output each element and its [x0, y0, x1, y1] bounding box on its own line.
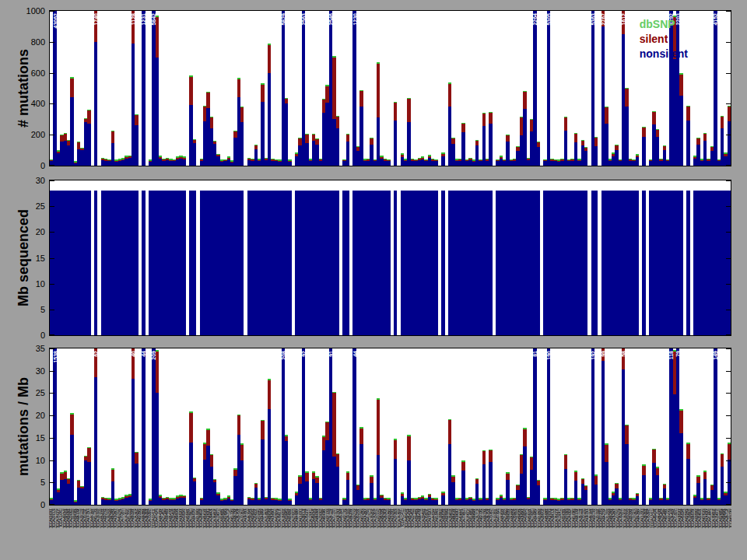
- sample-bar: [728, 11, 731, 166]
- tick-mark: [50, 135, 54, 135]
- clipped-bar-value-label: 2546: [328, 13, 333, 26]
- tick-mark: [726, 232, 731, 233]
- clipped-bar-value-label: 1538: [52, 351, 58, 363]
- tick-mark: [726, 103, 731, 104]
- tick-mark: [50, 310, 54, 310]
- y-tick-label: 10: [14, 279, 45, 289]
- clipped-bar-value-label: 5842: [151, 13, 156, 26]
- y-tick-label: 800: [14, 37, 45, 47]
- y-tick-label: 400: [14, 99, 45, 108]
- clipped-bar-value-label: 1231: [141, 13, 146, 26]
- legend-item-nonsilent: nonsilent: [640, 47, 688, 61]
- tick-mark: [50, 165, 54, 166]
- tick-mark: [50, 348, 54, 349]
- clipped-bar-value-label: 5829: [280, 13, 286, 26]
- tick-mark: [50, 103, 54, 104]
- clipped-bar-value-label: 5305: [545, 13, 551, 26]
- clipped-bar-value-label: 44: [141, 351, 146, 357]
- tick-mark: [50, 438, 54, 439]
- tick-mark: [726, 460, 731, 461]
- y-tick-label: 20: [14, 227, 45, 236]
- bar-segment: [728, 191, 731, 335]
- y-tick-label: 0: [14, 161, 45, 170]
- y-tick-label: 15: [14, 433, 45, 443]
- sample-name-label: TCGA-63-7263: [729, 509, 731, 558]
- mutations-bars: 4306217401128123158425829256325461230226…: [50, 11, 731, 166]
- mb-sequenced-panel: [49, 180, 731, 336]
- tick-mark: [726, 393, 731, 394]
- clipped-bar-value-label: 1128: [131, 13, 136, 25]
- tick-mark: [726, 206, 731, 207]
- clipped-bar-value-label: 44: [352, 351, 357, 357]
- clipped-bar-value-label: 43062: [52, 13, 58, 28]
- tick-mark: [50, 284, 54, 285]
- tick-mark: [50, 180, 54, 181]
- clipped-bar-value-label: 58: [621, 351, 626, 357]
- clipped-bar-value-label: 118: [668, 351, 674, 359]
- tick-mark: [50, 460, 54, 461]
- bar-segment: [728, 106, 731, 107]
- y-tick-label: 600: [14, 68, 45, 78]
- legend-item-dbsnp: dbSNP: [640, 17, 688, 32]
- tick-mark: [726, 73, 731, 74]
- tick-mark: [726, 42, 731, 43]
- clipped-bar-value-label: 92: [300, 351, 306, 357]
- tick-mark: [726, 415, 731, 416]
- tick-mark: [50, 42, 54, 43]
- y-tick-label: 10: [14, 456, 45, 465]
- mb-sequenced-bars: [50, 180, 731, 335]
- clipped-bar-value-label: 1612: [621, 13, 626, 26]
- clipped-bar-value-label: 149: [713, 351, 718, 360]
- tick-mark: [50, 415, 54, 416]
- legend-item-silent: silent: [640, 32, 688, 47]
- clipped-bar-value-label: 190: [545, 351, 551, 360]
- y-tick-label: 5: [14, 478, 45, 487]
- tick-mark: [726, 334, 731, 335]
- tick-mark: [726, 11, 731, 12]
- y-tick-label: 20: [14, 411, 45, 420]
- tick-mark: [726, 258, 731, 259]
- clipped-bar-value-label: 209: [151, 351, 156, 360]
- tick-mark: [50, 206, 54, 207]
- tick-mark: [726, 348, 731, 349]
- clipped-bar-value-label: 2264: [532, 13, 538, 26]
- y-tick-label: 30: [14, 366, 45, 376]
- x-axis-sample-labels: TCGA-00-0000TCGA-37-0137TCGA-74-0274TCGA…: [49, 509, 731, 558]
- clipped-bar-value-label: 192: [590, 351, 595, 360]
- clipped-bar-value-label: 81: [532, 351, 538, 357]
- y-tick-label: 30: [14, 176, 45, 185]
- tick-mark: [50, 371, 54, 372]
- tick-mark: [50, 482, 54, 483]
- tick-mark: [50, 11, 54, 12]
- clipped-bar-value-label: 4152: [713, 13, 718, 26]
- tick-mark: [50, 73, 54, 74]
- y-tick-label: 200: [14, 130, 45, 139]
- y-tick-label: 1000: [14, 6, 45, 16]
- mutation-rate-panel: 1538624044209208929144811901929958118791…: [49, 348, 731, 506]
- clipped-bar-value-label: 91: [328, 351, 333, 357]
- bar-segment: [728, 444, 731, 460]
- y-tick-label: 25: [14, 201, 45, 211]
- sample-bar: [728, 348, 731, 505]
- y-tick-label: 0: [14, 500, 45, 509]
- clipped-bar-value-label: 1230: [352, 13, 357, 26]
- tick-mark: [726, 438, 731, 439]
- mutations-panel: 4306217401128123158425829256325461230226…: [49, 10, 731, 166]
- clipped-bar-value-label: 5363: [590, 13, 595, 26]
- y-tick-label: 25: [14, 388, 45, 397]
- bar-segment: [728, 121, 731, 166]
- clipped-bar-value-label: 79: [675, 351, 681, 357]
- tick-mark: [726, 135, 731, 135]
- tick-mark: [726, 310, 731, 310]
- tick-mark: [726, 482, 731, 483]
- clipped-bar-value-label: 208: [280, 351, 286, 360]
- bar-segment: [728, 443, 731, 444]
- clipped-bar-value-label: 1740: [93, 13, 99, 26]
- mutation-figure: # mutations Mb sequenced mutations / Mb …: [0, 0, 747, 560]
- clipped-bar-value-label: 2563: [300, 13, 306, 26]
- clipped-bar-value-label: 62: [93, 351, 99, 357]
- legend: dbSNP silent nonsilent: [640, 17, 688, 61]
- clipped-bar-value-label: 40: [131, 351, 136, 357]
- y-axis-label-mutations: # mutations: [16, 10, 32, 166]
- tick-mark: [50, 504, 54, 505]
